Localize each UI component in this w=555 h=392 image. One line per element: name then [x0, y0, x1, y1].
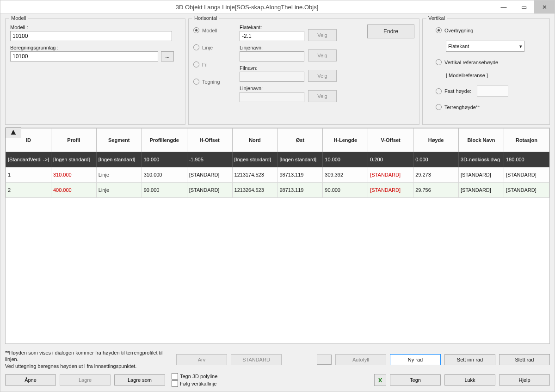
col-header[interactable]: Nord — [232, 129, 278, 152]
endre-button[interactable]: Endre — [367, 24, 414, 38]
std-cell[interactable]: [Ingen standard] — [232, 152, 278, 167]
std-cell[interactable]: [StandardVerdi ->] — [6, 152, 51, 167]
footnote: **Høyden som vises i dialogen kommer fra… — [5, 349, 173, 369]
slett-rad-button[interactable]: Slett rad — [499, 354, 550, 365]
flatekant-select[interactable]: Flatekant▾ — [446, 41, 524, 52]
table-cell[interactable]: 310.000 — [51, 167, 96, 183]
col-header[interactable]: H-Offset — [187, 129, 232, 152]
linjenavn1-input — [240, 51, 304, 61]
table-cell[interactable]: 98713.119 — [278, 167, 323, 183]
radio-vref[interactable]: Vertikal referansehøyde — [436, 59, 543, 65]
col-header[interactable]: Profil — [51, 129, 96, 152]
table-cell[interactable]: [STANDARD] — [368, 183, 413, 198]
table-cell[interactable]: [STANDARD] — [368, 167, 413, 183]
radio-dot-icon — [436, 104, 442, 110]
cb-3d-polyline[interactable]: Tegn 3D polyline — [172, 373, 217, 380]
flatekant-input[interactable] — [240, 31, 304, 41]
velg-linjenavn2-button[interactable]: Velg — [308, 90, 337, 102]
velg-filnavn-button[interactable]: Velg — [308, 70, 337, 82]
table-cell[interactable]: [STANDARD] — [504, 183, 549, 198]
modell-input[interactable] — [10, 31, 172, 41]
flatekant-label: Flatekant: — [240, 24, 304, 30]
std-cell[interactable]: [Ingen standard] — [51, 152, 96, 167]
autofyll-icon-button[interactable] — [317, 355, 332, 365]
col-header[interactable]: Rotasjon — [504, 129, 549, 152]
radio-terreng[interactable]: Terrenghøyde** — [436, 104, 543, 110]
col-header[interactable]: V-Offset — [368, 129, 413, 152]
col-header[interactable]: Block Navn — [459, 129, 504, 152]
std-cell[interactable]: 10.000 — [323, 152, 368, 167]
col-header[interactable]: Segment — [96, 129, 142, 152]
std-cell[interactable]: 180.000 — [504, 152, 549, 167]
table-cell[interactable]: 400.000 — [51, 183, 96, 198]
table-cell[interactable]: 90.000 — [323, 183, 368, 198]
horisontal-fieldset: Horisontal Modell Linje Fil Tegning Flat… — [188, 18, 419, 125]
lagre-som-button[interactable]: Lagre som — [114, 374, 165, 386]
radio-modell[interactable]: Modell — [193, 27, 235, 33]
radio-dot-icon — [436, 88, 442, 94]
sett-inn-rad-button[interactable]: Sett inn rad — [444, 354, 495, 365]
horisontal-legend: Horisontal — [192, 15, 219, 21]
ny-rad-button[interactable]: Ny rad — [390, 354, 441, 365]
table-cell[interactable]: 98713.119 — [278, 183, 323, 198]
col-header[interactable]: H-Lengde — [323, 129, 368, 152]
std-cell[interactable]: 10.000 — [142, 152, 187, 167]
excel-button[interactable]: X — [374, 374, 386, 386]
table-cell[interactable]: 1 — [6, 167, 51, 183]
col-header[interactable]: Høyde — [413, 129, 459, 152]
table-cell[interactable]: 1213264.523 — [232, 183, 278, 198]
table-cell[interactable]: Linje — [96, 183, 142, 198]
autofyll-button[interactable]: Autofyll — [335, 354, 386, 365]
std-cell[interactable]: [Ingen standard] — [278, 152, 323, 167]
std-cell[interactable]: 0.200 — [368, 152, 413, 167]
std-cell[interactable]: -1.905 — [187, 152, 232, 167]
modell-fieldset: Modell Modell : Beregningsgrunnlag : ...… — [5, 18, 185, 125]
radio-dot-icon — [193, 27, 199, 33]
std-cell[interactable]: [Ingen standard] — [96, 152, 142, 167]
table-cell[interactable]: 29.756 — [413, 183, 459, 198]
radio-overbygning[interactable]: Overbygning — [436, 27, 543, 33]
linjenavn2-input — [240, 92, 304, 102]
radio-fil[interactable]: Fil — [193, 61, 235, 67]
table-cell[interactable]: 310.000 — [142, 167, 187, 183]
standard-button[interactable]: STANDARD — [231, 354, 282, 365]
radio-tegning[interactable]: Tegning — [193, 79, 235, 85]
radio-dot-icon — [193, 61, 199, 67]
table-cell[interactable]: [STANDARD] — [187, 183, 232, 198]
hjelp-button[interactable]: Hjelp — [499, 374, 550, 386]
bg-browse-button[interactable]: ... — [161, 51, 174, 61]
vertikal-legend: Vertikal — [426, 15, 447, 21]
cb-folg-vertikal[interactable]: Følg vertikallinje — [172, 380, 217, 387]
table-cell[interactable]: 1213174.523 — [232, 167, 278, 183]
velg-linjenavn1-button[interactable]: Velg — [308, 49, 337, 61]
table-cell[interactable]: 2 — [6, 183, 51, 198]
maximize-button[interactable]: ▭ — [514, 0, 534, 13]
linjenavn2-label: Linjenavn: — [240, 86, 304, 91]
radio-fast[interactable]: Fast høyde: — [436, 86, 543, 97]
apne-button[interactable]: Åpne — [5, 374, 56, 386]
table-cell[interactable]: [STANDARD] — [459, 167, 504, 183]
chevron-down-icon: ▾ — [519, 43, 522, 49]
table-cell[interactable]: 309.392 — [323, 167, 368, 183]
std-cell[interactable]: 0.000 — [413, 152, 459, 167]
std-cell[interactable]: 3D-nødkiosk.dwg — [459, 152, 504, 167]
tegn-button[interactable]: Tegn — [390, 374, 441, 386]
table-cell[interactable]: [STANDARD] — [187, 167, 232, 183]
bg-input[interactable] — [10, 51, 158, 61]
collapse-button[interactable]: ⯅ — [6, 127, 21, 138]
lagre-button[interactable]: Lagre — [60, 374, 111, 386]
table-cell[interactable]: [STANDARD] — [459, 183, 504, 198]
table-cell[interactable]: 90.000 — [142, 183, 187, 198]
minimize-button[interactable]: — — [493, 0, 514, 13]
table-cell[interactable]: Linje — [96, 167, 142, 183]
close-button[interactable]: ✕ — [534, 0, 555, 13]
table-cell[interactable]: 29.273 — [413, 167, 459, 183]
lukk-button[interactable]: Lukk — [444, 374, 495, 386]
radio-linje[interactable]: Linje — [193, 44, 235, 50]
data-table[interactable]: IDProfilSegmentProfillengdeH-OffsetNordØ… — [5, 128, 550, 344]
arv-button[interactable]: Arv — [176, 354, 227, 365]
velg-flatekant-button[interactable]: Velg — [308, 29, 337, 41]
table-cell[interactable]: [STANDARD] — [504, 167, 549, 183]
col-header[interactable]: Profillengde — [142, 129, 187, 152]
col-header[interactable]: Øst — [278, 129, 323, 152]
